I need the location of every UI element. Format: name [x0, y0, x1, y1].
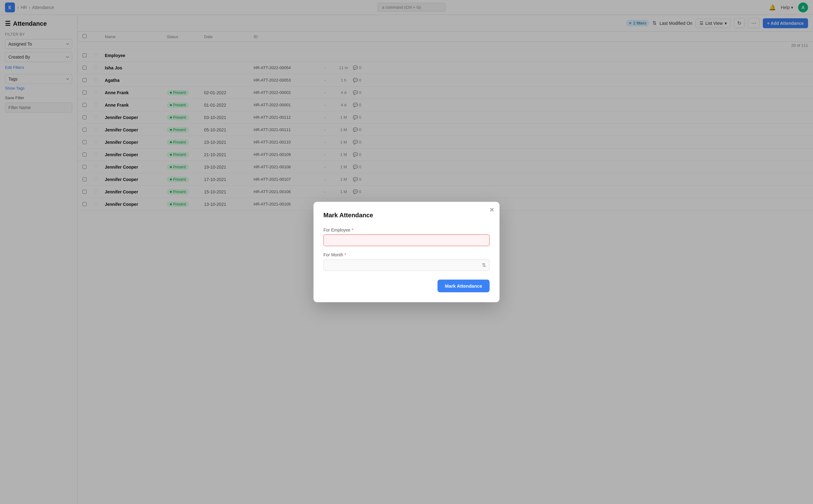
modal-title: Mark Attendance	[323, 212, 490, 219]
month-required-star: *	[344, 252, 346, 257]
for-month-group: For Month * ⇅	[323, 252, 490, 271]
employee-required-star: *	[351, 228, 353, 232]
modal-close-button[interactable]: ✕	[489, 207, 495, 213]
for-month-label: For Month *	[323, 252, 490, 257]
for-month-select-wrapper: ⇅	[323, 259, 490, 271]
modal-footer: Mark Attendance	[323, 280, 490, 292]
for-month-select[interactable]	[323, 259, 490, 271]
for-employee-group: For Employee *	[323, 228, 490, 246]
mark-attendance-submit-button[interactable]: Mark Attendance	[438, 280, 490, 292]
modal-overlay[interactable]: Mark Attendance ✕ For Employee * For Mon…	[0, 0, 813, 504]
for-employee-input[interactable]	[323, 234, 490, 246]
mark-attendance-modal: Mark Attendance ✕ For Employee * For Mon…	[313, 202, 500, 302]
for-employee-label: For Employee *	[323, 228, 490, 232]
